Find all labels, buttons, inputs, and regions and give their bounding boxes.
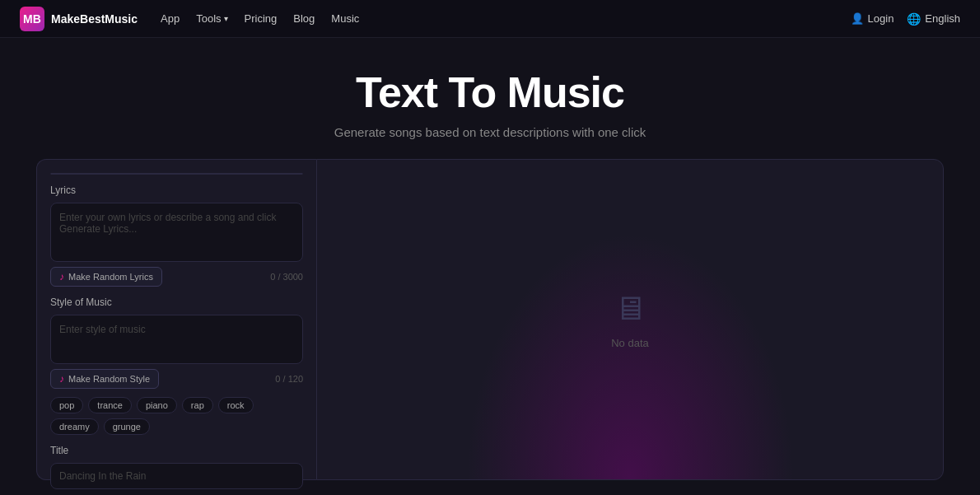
tab-instrumental[interactable]: Instrumental <box>177 174 303 175</box>
tools-chevron-icon: ▾ <box>224 14 228 23</box>
make-random-lyrics-button[interactable]: ♪ Make Random Lyrics <box>50 267 162 287</box>
tag-rap[interactable]: rap <box>182 397 213 413</box>
mode-tabs: Normal Instrumental <box>50 173 303 175</box>
tag-piano[interactable]: piano <box>137 397 177 413</box>
left-panel: Normal Instrumental Lyrics ♪ Make Random… <box>36 159 316 480</box>
style-tags: pop trance piano rap rock dreamy grunge <box>50 397 303 435</box>
no-data-icon: 🖥 <box>614 290 646 327</box>
title-label: Title <box>50 445 303 456</box>
tag-trance[interactable]: trance <box>88 397 132 413</box>
lyrics-input[interactable] <box>50 203 303 262</box>
style-footer: ♪ Make Random Style 0 / 120 <box>50 369 303 389</box>
tag-grunge[interactable]: grunge <box>104 418 150 435</box>
no-data-text: No data <box>611 337 649 349</box>
lyrics-footer: ♪ Make Random Lyrics 0 / 3000 <box>50 267 303 287</box>
navbar: MB MakeBestMusic App Tools ▾ Pricing Blo… <box>0 0 980 38</box>
music-note-icon-2: ♪ <box>59 373 64 385</box>
nav-tools[interactable]: Tools ▾ <box>196 12 227 25</box>
nav-right: 👤 Login 🌐 English <box>851 12 960 26</box>
hero-subtitle: Generate songs based on text description… <box>16 125 964 139</box>
no-data-container: 🖥 No data <box>611 290 649 349</box>
right-panel: 🖥 No data <box>316 159 944 480</box>
tag-dreamy[interactable]: dreamy <box>50 418 99 435</box>
music-note-icon: ♪ <box>59 271 64 283</box>
style-label: Style of Music <box>50 297 303 308</box>
make-random-style-button[interactable]: ♪ Make Random Style <box>50 369 159 389</box>
lyrics-label: Lyrics <box>50 184 303 196</box>
page-title: Text To Music <box>16 68 964 117</box>
logo-icon: MB <box>20 7 44 31</box>
nav-music[interactable]: Music <box>331 12 359 25</box>
logo[interactable]: MB MakeBestMusic <box>20 7 138 31</box>
tag-rock[interactable]: rock <box>218 397 254 413</box>
background-glow <box>465 232 795 479</box>
title-input[interactable] <box>50 463 303 489</box>
title-section: Title <box>50 445 303 489</box>
globe-icon: 🌐 <box>907 12 921 26</box>
language-selector[interactable]: 🌐 English <box>907 12 960 26</box>
nav-links: App Tools ▾ Pricing Blog Music <box>161 12 851 25</box>
nav-pricing[interactable]: Pricing <box>245 12 278 25</box>
style-char-count: 0 / 120 <box>275 374 303 384</box>
hero-section: Text To Music Generate songs based on te… <box>0 38 980 159</box>
lyrics-section: Lyrics ♪ Make Random Lyrics 0 / 3000 <box>50 184 303 287</box>
nav-app[interactable]: App <box>161 12 180 25</box>
lyrics-char-count: 0 / 3000 <box>270 272 303 282</box>
brand-name: MakeBestMusic <box>51 12 138 26</box>
login-button[interactable]: 👤 Login <box>851 12 894 25</box>
login-icon: 👤 <box>851 12 864 25</box>
main-content: Normal Instrumental Lyrics ♪ Make Random… <box>0 159 980 495</box>
style-section: Style of Music ♪ Make Random Style 0 / 1… <box>50 297 303 435</box>
tab-normal[interactable]: Normal <box>51 174 177 175</box>
tag-pop[interactable]: pop <box>50 397 83 413</box>
style-input[interactable] <box>50 315 303 364</box>
nav-blog[interactable]: Blog <box>293 12 315 25</box>
